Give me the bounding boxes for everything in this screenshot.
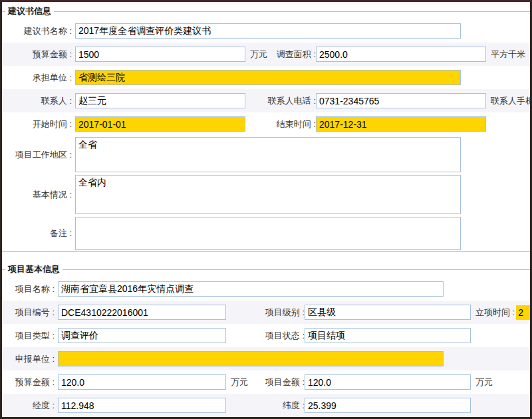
project-fieldset-legend-row: 项目基本信息 (2, 261, 530, 277)
approval-time-label: 立项时间 : (475, 307, 515, 319)
undertaker-row: 承担单位 : (2, 66, 530, 89)
project-type-label: 项目类型 : (2, 330, 58, 342)
project-name-label: 项目名称 : (2, 283, 58, 295)
applicant-row: 申报单位 : (2, 347, 530, 370)
work-region-textarea[interactable]: 全省 (75, 137, 461, 172)
fieldset-border-line (54, 11, 530, 12)
basic-info-textarea[interactable]: 全省内 (75, 175, 461, 214)
proposal-budget-label: 预算金额 : (2, 49, 75, 61)
end-date-label: 结束时间 : (277, 118, 316, 130)
remark-textarea[interactable] (75, 217, 461, 250)
proposal-info-fieldset: 建议书信息 建议书名称 : 预算金额 : 万元 调查面积 : 平方千米 承担单位… (2, 3, 530, 252)
applicant-label: 申报单位 : (2, 353, 58, 365)
project-type-input[interactable] (58, 328, 226, 343)
longitude-input[interactable] (58, 398, 226, 413)
project-code-label: 项目编号 : (2, 307, 58, 319)
project-type-row: 项目类型 : 项目状态 : (2, 324, 530, 347)
contact-mobile-label: 联系人手机 (491, 95, 532, 107)
project-amount-label: 项目金额 : (265, 376, 305, 388)
project-budget-unit-label: 万元 (226, 376, 248, 388)
project-budget-label: 预算金额 : (2, 376, 58, 388)
proposal-section-title: 建议书信息 (5, 5, 54, 17)
project-name-input[interactable] (58, 281, 444, 297)
survey-area-label: 调查面积 : (277, 49, 316, 61)
undertaker-input[interactable] (75, 70, 461, 85)
form-window: 建议书信息 建议书名称 : 预算金额 : 万元 调查面积 : 平方千米 承担单位… (0, 0, 532, 419)
project-code-row: 项目编号 : 项目级别 : 立项时间 : 2 (2, 301, 530, 324)
proposal-fieldset-legend-row: 建议书信息 (2, 3, 530, 19)
survey-area-unit-label: 平方千米 (491, 49, 525, 61)
start-date-input[interactable] (75, 116, 245, 132)
proposal-name-input[interactable] (75, 23, 461, 39)
end-date-input[interactable] (316, 116, 486, 132)
latitude-label: 纬度 : (283, 400, 305, 412)
remark-label: 备注 : (2, 227, 75, 239)
proposal-name-row: 建议书名称 : (2, 19, 530, 43)
project-budget-row: 预算金额 : 万元 项目金额 : 万元 (2, 370, 530, 394)
budget-unit-label: 万元 (245, 49, 267, 61)
start-date-label: 开始时间 : (2, 118, 75, 130)
project-level-input[interactable] (305, 305, 471, 320)
work-region-row: 项目工作地区 : 全省 (2, 136, 530, 174)
project-section-title: 项目基本信息 (5, 263, 63, 275)
proposal-budget-input[interactable] (75, 47, 245, 62)
latitude-input[interactable] (305, 398, 471, 413)
project-status-label: 项目状态 : (265, 330, 305, 342)
dates-row: 开始时间 : 结束时间 : (2, 112, 530, 136)
contact-input[interactable] (75, 93, 245, 108)
project-name-row: 项目名称 : (2, 277, 530, 301)
contact-row: 联系人 : 联系人电话 : 联系人手机 (2, 89, 530, 112)
approval-time-value[interactable]: 2 (516, 305, 532, 320)
longitude-label: 经度 : (2, 400, 58, 412)
remark-row: 备注 : (2, 215, 530, 251)
fieldset-border-line (63, 269, 530, 270)
project-code-input[interactable] (58, 305, 226, 320)
basic-info-label: 基本情况 : (2, 189, 75, 201)
undertaker-label: 承担单位 : (2, 72, 75, 84)
proposal-budget-row: 预算金额 : 万元 调查面积 : 平方千米 (2, 43, 530, 66)
project-budget-input[interactable] (58, 374, 226, 390)
project-amount-input[interactable] (305, 374, 471, 390)
proposal-name-label: 建议书名称 : (2, 25, 75, 37)
project-status-input[interactable] (305, 328, 471, 343)
contact-label: 联系人 : (2, 95, 75, 107)
project-level-label: 项目级别 : (265, 307, 305, 319)
contact-phone-input[interactable] (316, 93, 486, 108)
coordinates-row: 经度 : 纬度 : (2, 394, 530, 417)
applicant-input[interactable] (58, 351, 444, 366)
work-region-label: 项目工作地区 : (2, 149, 75, 161)
survey-area-input[interactable] (316, 47, 486, 62)
project-amount-unit-label: 万元 (475, 376, 493, 388)
contact-phone-label: 联系人电话 : (268, 95, 316, 107)
project-info-fieldset: 项目基本信息 项目名称 : 项目编号 : 项目级别 : 立项时间 : 2 项目类… (2, 261, 530, 417)
basic-info-row: 基本情况 : 全省内 (2, 174, 530, 215)
